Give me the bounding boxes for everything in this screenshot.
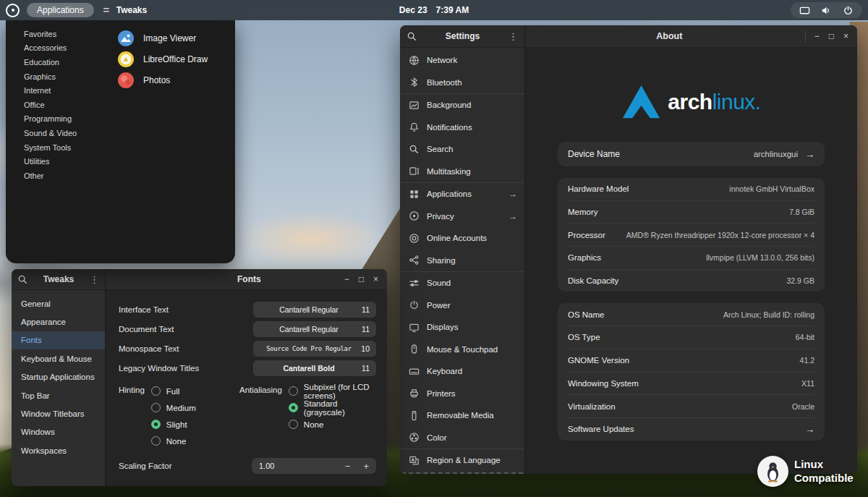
minimize-button[interactable]: − xyxy=(344,275,349,284)
radio-indicator xyxy=(289,420,298,429)
decrement-button[interactable]: − xyxy=(345,461,351,472)
app-menu-category-programming[interactable]: Programming xyxy=(24,112,105,127)
sidebar-item-applications[interactable]: Applications→ xyxy=(400,183,524,205)
maximize-button[interactable]: □ xyxy=(359,275,364,284)
font-size-value: 10 xyxy=(358,344,370,353)
device-name-row[interactable]: Device Name archlinuxgui → xyxy=(558,142,825,166)
sidebar-item-sharing[interactable]: Sharing xyxy=(400,250,524,272)
about-row-label: Windowing System xyxy=(568,379,639,388)
mouse-icon xyxy=(408,344,420,354)
sidebar-item-search[interactable]: Search xyxy=(400,138,524,161)
menu-kebab-icon[interactable]: ⋮ xyxy=(90,274,99,285)
radio-option-none[interactable]: None xyxy=(289,416,376,433)
radio-option-slight[interactable]: Slight xyxy=(151,416,196,433)
sidebar-item-label: Applications xyxy=(427,190,472,198)
tweaks-nav-startup-applications[interactable]: Startup Applications xyxy=(12,368,105,386)
arch-logo-text: archlinux. xyxy=(668,90,760,114)
go-next-icon: → xyxy=(509,211,517,221)
scaling-factor-spinner[interactable]: 1.00 − + xyxy=(252,458,376,474)
app-menu-category-accessories[interactable]: Accessories xyxy=(24,41,105,56)
sidebar-item-region-language[interactable]: Region & Language xyxy=(400,449,524,472)
libreoffice-draw-icon xyxy=(118,51,134,67)
top-bar: Applications Tweaks Dec 23 7:39 AM xyxy=(0,0,868,20)
app-menu-item-photos[interactable]: Photos xyxy=(118,69,235,90)
tweaks-nav-workspaces[interactable]: Workspaces xyxy=(12,441,105,459)
tweaks-titlebar[interactable]: Tweaks ⋮ xyxy=(12,269,105,290)
system-status-area[interactable] xyxy=(791,2,862,18)
settings-titlebar[interactable]: Settings ⋮ xyxy=(400,25,524,48)
about-row-label: OS Name xyxy=(568,310,605,319)
tweaks-nav-fonts[interactable]: Fonts xyxy=(12,331,105,349)
app-menu-category-education[interactable]: Education xyxy=(24,55,105,69)
fonts-titlebar[interactable]: Fonts − □ × xyxy=(106,269,387,290)
sidebar-item-power[interactable]: Power xyxy=(400,294,524,317)
sidebar-item-removable-media[interactable]: Removable Media xyxy=(400,404,524,427)
search-icon[interactable] xyxy=(17,274,27,284)
radio-option-medium[interactable]: Medium xyxy=(151,399,196,416)
sidebar-item-network[interactable]: Network xyxy=(400,49,524,72)
sidebar-item-bluetooth[interactable]: Bluetooth xyxy=(400,72,524,94)
sidebar-item-keyboard[interactable]: Keyboard xyxy=(400,360,524,383)
sidebar-item-label: Background xyxy=(427,101,471,109)
tweaks-nav-top-bar[interactable]: Top Bar xyxy=(12,386,105,404)
app-menu-item-libreoffice-draw[interactable]: LibreOffice Draw xyxy=(118,48,235,69)
app-menu-category-other[interactable]: Other xyxy=(24,169,105,183)
activities-ring-icon[interactable] xyxy=(6,4,20,17)
power-status-icon xyxy=(843,5,854,16)
tweaks-nav-keyboard-mouse[interactable]: Keyboard & Mouse xyxy=(12,349,105,368)
font-name-value: Source Code Pro Regular xyxy=(260,345,358,352)
applications-menu-button[interactable]: Applications xyxy=(27,3,94,17)
sidebar-item-printers[interactable]: Printers xyxy=(400,383,524,405)
font-picker-button-document-text[interactable]: Cantarell Regular11 xyxy=(253,321,376,337)
tweaks-nav-general[interactable]: General xyxy=(12,294,105,313)
sidebar-item-displays[interactable]: Displays xyxy=(400,316,524,339)
maximize-button[interactable]: □ xyxy=(829,32,834,41)
app-menu-category-sound-video[interactable]: Sound & Video xyxy=(24,126,105,140)
sidebar-item-online-accounts[interactable]: Online Accounts xyxy=(400,227,524,250)
app-menu-category-favorites[interactable]: Favorites xyxy=(24,27,105,41)
antialiasing-label: Antialiasing xyxy=(239,386,282,449)
app-menu-category-internet[interactable]: Internet xyxy=(24,83,105,98)
sidebar-item-notifications[interactable]: Notifications xyxy=(400,116,524,139)
menu-kebab-icon[interactable]: ⋮ xyxy=(509,31,518,42)
tweaks-nav-appearance[interactable]: Appearance xyxy=(12,313,105,331)
multitasking-icon xyxy=(408,166,420,177)
font-picker-button-monospace-text[interactable]: Source Code Pro Regular10 xyxy=(253,341,376,357)
radio-option-none[interactable]: None xyxy=(151,433,196,449)
app-menu-category-system-tools[interactable]: System Tools xyxy=(24,140,105,155)
radio-option-standard-grayscale[interactable]: Standard (grayscale) xyxy=(289,399,376,416)
font-size-value: 11 xyxy=(358,364,370,373)
about-titlebar[interactable]: About − □ × xyxy=(525,25,857,48)
search-icon[interactable] xyxy=(407,31,417,41)
app-menu-category-office[interactable]: Office xyxy=(24,98,105,112)
font-picker-button-legacy-window-titles[interactable]: Cantarell Bold11 xyxy=(253,360,376,376)
watermark-line1: Linux xyxy=(794,458,854,472)
radio-option-subpixel-for-lcd-screens[interactable]: Subpixel (for LCD screens) xyxy=(289,383,376,399)
sidebar-item-mouse-touchpad[interactable]: Mouse & Touchpad xyxy=(400,339,524,361)
about-row-software-updates[interactable]: Software Updates→ xyxy=(568,417,814,441)
region-language-icon xyxy=(408,455,420,466)
app-menu-category-graphics[interactable]: Graphics xyxy=(24,69,105,84)
app-label: Photos xyxy=(143,75,170,85)
close-button[interactable]: × xyxy=(843,32,848,41)
clock[interactable]: Dec 23 7:39 AM xyxy=(399,0,469,20)
tweaks-nav: GeneralAppearanceFontsKeyboard & MouseSt… xyxy=(12,290,105,460)
device-name-value: archlinuxgui xyxy=(754,150,798,158)
close-button[interactable]: × xyxy=(373,275,378,284)
app-menu-category-utilities[interactable]: Utilities xyxy=(24,154,105,169)
radio-option-full[interactable]: Full xyxy=(151,383,196,399)
minimize-button[interactable]: − xyxy=(814,32,820,41)
sidebar-item-sound[interactable]: Sound xyxy=(400,272,524,294)
sidebar-item-color[interactable]: Color xyxy=(400,427,524,449)
sidebar-item-background[interactable]: Background xyxy=(400,94,524,116)
about-row-value: llvmpipe (LLVM 13.0.0, 256 bits) xyxy=(706,253,814,262)
tweaks-nav-windows[interactable]: Windows xyxy=(12,423,105,441)
increment-button[interactable]: + xyxy=(363,461,369,472)
app-menu-item-image-viewer[interactable]: Image Viewer xyxy=(118,27,235,48)
sidebar-item-multitasking[interactable]: Multitasking xyxy=(400,161,524,183)
tweaks-taskbar-button[interactable]: Tweaks xyxy=(101,5,147,15)
sidebar-item-privacy[interactable]: Privacy→ xyxy=(400,205,524,228)
font-picker-button-interface-text[interactable]: Cantarell Regular11 xyxy=(253,302,376,318)
tweaks-nav-window-titlebars[interactable]: Window Titlebars xyxy=(12,404,105,422)
radio-label: Subpixel (for LCD screens) xyxy=(304,383,376,400)
